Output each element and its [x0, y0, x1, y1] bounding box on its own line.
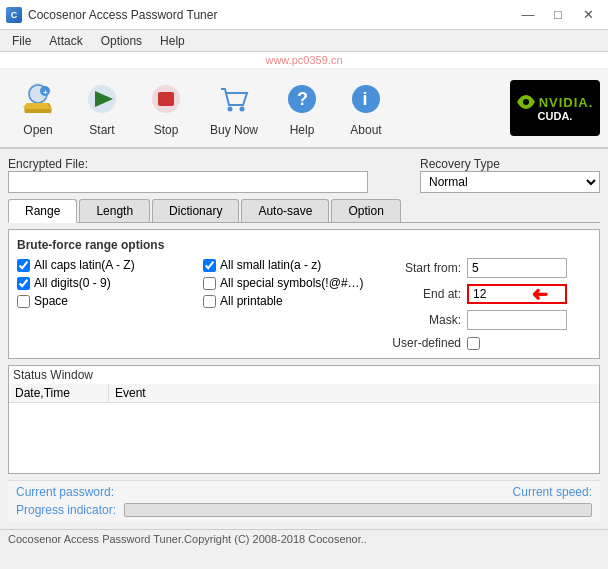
start-from-label: Start from:: [391, 261, 461, 275]
tab-content-range: Brute-force range options All caps latin…: [8, 229, 600, 359]
open-button[interactable]: + Open: [8, 75, 68, 141]
checkbox-allprintable-input[interactable]: [203, 295, 216, 308]
checkboxes-section: All caps latin(A - Z) All small latin(a …: [17, 258, 381, 350]
progress-row: Progress indicator:: [16, 503, 592, 517]
recovery-type-select[interactable]: Normal Brute-force Dictionary Smart: [420, 171, 600, 193]
progress-bar-container: [124, 503, 592, 517]
help-button[interactable]: ? Help: [272, 75, 332, 141]
help-icon: ?: [282, 79, 322, 119]
toolbar: + Open Start Stop: [0, 69, 608, 149]
checkbox-allprintable-label: All printable: [220, 294, 283, 308]
user-defined-row: User-defined: [391, 336, 591, 350]
end-at-input[interactable]: [467, 284, 567, 304]
encrypted-file-label: Encrypted File:: [8, 157, 368, 171]
recovery-type-label: Recovery Type: [420, 157, 600, 171]
tabs-bar: Range Length Dictionary Auto-save Option: [8, 199, 600, 223]
svg-text:+: +: [43, 88, 48, 97]
tab-dictionary[interactable]: Dictionary: [152, 199, 239, 222]
checkbox-alldigits-label: All digits(0 - 9): [34, 276, 111, 290]
end-at-row: End at: ➜: [391, 284, 591, 304]
brute-force-group-title: Brute-force range options: [17, 238, 591, 252]
title-bar: C Cocosenor Access Password Tuner — □ ✕: [0, 0, 608, 30]
stop-button[interactable]: Stop: [136, 75, 196, 141]
mask-label: Mask:: [391, 313, 461, 327]
close-button[interactable]: ✕: [574, 4, 602, 26]
tab-length[interactable]: Length: [79, 199, 150, 222]
maximize-button[interactable]: □: [544, 4, 572, 26]
current-password-label: Current password:: [16, 485, 114, 499]
checkbox-allprintable: All printable: [203, 294, 381, 308]
status-window: Status Window Date,Time Event: [8, 365, 600, 474]
start-button[interactable]: Start: [72, 75, 132, 141]
tab-option[interactable]: Option: [331, 199, 400, 222]
checkbox-allsmall-label: All small latin(a - z): [220, 258, 321, 272]
checkbox-grid: All caps latin(A - Z) All small latin(a …: [17, 258, 381, 308]
main-content: Encrypted File: Recovery Type Normal Bru…: [0, 149, 608, 529]
about-button[interactable]: i About: [336, 75, 396, 141]
svg-text:i: i: [363, 89, 368, 109]
menu-help[interactable]: Help: [152, 32, 193, 50]
tab-inner: All caps latin(A - Z) All small latin(a …: [17, 258, 591, 350]
menu-options[interactable]: Options: [93, 32, 150, 50]
title-bar-left: C Cocosenor Access Password Tuner: [6, 7, 217, 23]
fields-section: Start from: End at: ➜ Mask: User-defined: [391, 258, 591, 350]
status-window-title: Status Window: [9, 366, 599, 384]
stop-label: Stop: [154, 123, 179, 137]
nvidia-badge: NVIDIA. CUDA.: [510, 80, 600, 136]
status-col-event: Event: [109, 384, 599, 402]
watermark-bar: www.pc0359.cn: [0, 52, 608, 69]
user-defined-label: User-defined: [391, 336, 461, 350]
cuda-text: CUDA.: [538, 110, 573, 122]
checkbox-alldigits: All digits(0 - 9): [17, 276, 195, 290]
checkbox-allspecial-label: All special symbols(!@#…): [220, 276, 364, 290]
progress-indicator-label: Progress indicator:: [16, 503, 116, 517]
start-label: Start: [89, 123, 114, 137]
mask-row: Mask:: [391, 310, 591, 330]
end-at-label: End at:: [391, 287, 461, 301]
nvidia-brand: NVIDIA.: [539, 95, 594, 110]
watermark-text: www.pc0359.cn: [265, 54, 342, 66]
start-from-input[interactable]: [467, 258, 567, 278]
checkbox-space: Space: [17, 294, 195, 308]
arrow-indicator: ➜: [531, 282, 548, 306]
svg-point-13: [523, 99, 529, 105]
footer-bar: Cocosenor Access Password Tuner.Copyrigh…: [0, 529, 608, 548]
checkbox-space-label: Space: [34, 294, 68, 308]
top-row: Encrypted File: Recovery Type Normal Bru…: [8, 157, 600, 193]
title-bar-controls: — □ ✕: [514, 4, 602, 26]
buy-now-button[interactable]: Buy Now: [200, 75, 268, 141]
svg-point-7: [228, 107, 233, 112]
checkbox-allspecial-input[interactable]: [203, 277, 216, 290]
menu-file[interactable]: File: [4, 32, 39, 50]
checkbox-allspecial: All special symbols(!@#…): [203, 276, 381, 290]
user-defined-checkbox[interactable]: [467, 337, 480, 350]
about-icon: i: [346, 79, 386, 119]
checkbox-allcaps: All caps latin(A - Z): [17, 258, 195, 272]
tab-range[interactable]: Range: [8, 199, 77, 223]
checkbox-allsmall-input[interactable]: [203, 259, 216, 272]
checkbox-allcaps-label: All caps latin(A - Z): [34, 258, 135, 272]
menu-bar: File Attack Options Help: [0, 30, 608, 52]
checkbox-space-input[interactable]: [17, 295, 30, 308]
stop-icon: [146, 79, 186, 119]
encrypted-file-input[interactable]: [8, 171, 368, 193]
buy-icon: [214, 79, 254, 119]
recovery-type-section: Recovery Type Normal Brute-force Diction…: [420, 157, 600, 193]
checkbox-allcaps-input[interactable]: [17, 259, 30, 272]
status-col-datetime: Date,Time: [9, 384, 109, 402]
help-label: Help: [290, 123, 315, 137]
menu-attack[interactable]: Attack: [41, 32, 90, 50]
checkbox-allsmall: All small latin(a - z): [203, 258, 381, 272]
mask-input[interactable]: [467, 310, 567, 330]
about-label: About: [350, 123, 381, 137]
minimize-button[interactable]: —: [514, 4, 542, 26]
info-row: Current password: Current speed:: [16, 485, 592, 499]
checkbox-alldigits-input[interactable]: [17, 277, 30, 290]
app-title: Cocosenor Access Password Tuner: [28, 8, 217, 22]
svg-text:?: ?: [297, 89, 308, 109]
tab-autosave[interactable]: Auto-save: [241, 199, 329, 222]
encrypted-file-section: Encrypted File:: [8, 157, 368, 193]
svg-point-8: [240, 107, 245, 112]
current-speed-label: Current speed:: [513, 485, 592, 499]
footer-text: Cocosenor Access Password Tuner.Copyrigh…: [8, 533, 367, 545]
